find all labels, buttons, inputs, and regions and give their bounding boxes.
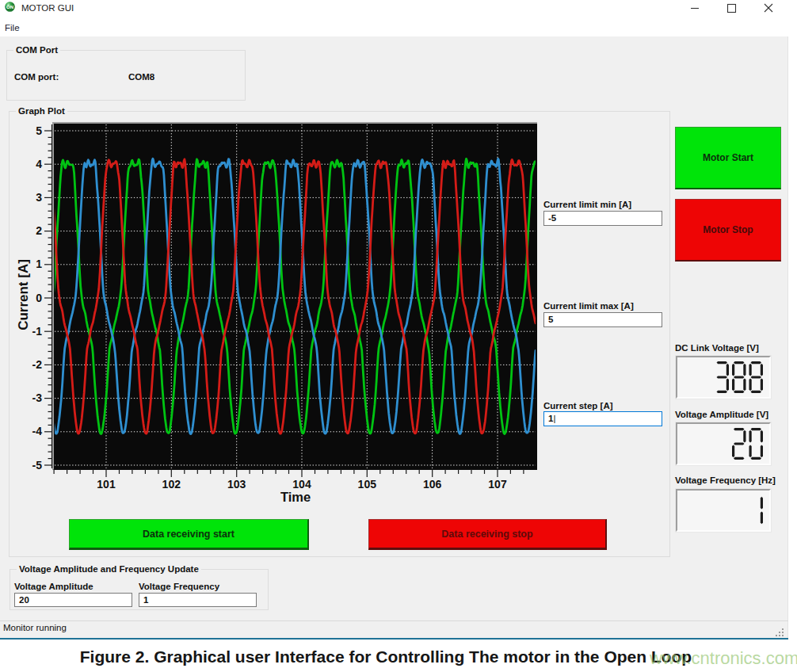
svg-text:Time: Time: [280, 490, 311, 504]
svg-text:105: 105: [358, 478, 377, 491]
svg-text:2: 2: [36, 224, 42, 237]
svg-text:-2: -2: [32, 358, 43, 371]
svg-text:102: 102: [162, 478, 181, 491]
svg-text:106: 106: [423, 478, 442, 491]
svg-text:5: 5: [36, 124, 42, 137]
svg-text:-1: -1: [32, 325, 43, 338]
svg-text:-5: -5: [32, 459, 43, 472]
svg-text:-4: -4: [32, 425, 43, 437]
svg-text:103: 103: [227, 478, 246, 491]
svg-text:1: 1: [36, 258, 42, 270]
svg-text:107: 107: [488, 478, 507, 491]
svg-text:ON: ON: [6, 5, 13, 10]
svg-text:-3: -3: [32, 391, 43, 404]
svg-text:101: 101: [97, 478, 116, 491]
svg-text:104: 104: [292, 478, 311, 491]
svg-text:Current [A]: Current [A]: [16, 259, 31, 330]
svg-text:4: 4: [36, 158, 42, 170]
svg-text:3: 3: [36, 191, 42, 204]
svg-text:0: 0: [36, 292, 42, 304]
